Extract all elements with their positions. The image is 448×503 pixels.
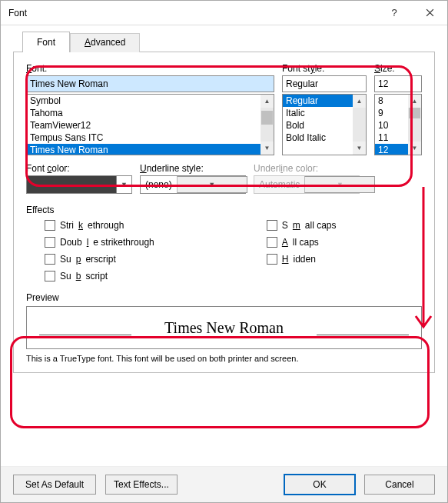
scroll-down-icon[interactable]: ▼ bbox=[261, 142, 274, 155]
font-color-combo[interactable]: ▼ bbox=[26, 175, 132, 194]
preview-box: Times New Roman bbox=[26, 306, 422, 349]
check-allcaps[interactable]: All caps bbox=[267, 237, 422, 248]
annotation-arrow-icon bbox=[414, 187, 433, 341]
scroll-up-icon[interactable]: ▲ bbox=[408, 95, 421, 108]
check-superscript[interactable]: Superscript bbox=[45, 254, 267, 265]
check-double-strike[interactable]: Double strikethrough bbox=[45, 237, 267, 248]
ok-button[interactable]: OK bbox=[284, 475, 355, 495]
preview-line bbox=[39, 335, 131, 335]
check-smallcaps[interactable]: Small caps bbox=[267, 220, 422, 231]
help-button[interactable]: ? bbox=[377, 1, 412, 25]
scroll-down-icon[interactable]: ▼ bbox=[408, 142, 421, 155]
list-item[interactable]: Symbol bbox=[27, 95, 274, 107]
ucolor-label: Underline color: bbox=[254, 163, 360, 174]
preview-text: Times New Roman bbox=[164, 319, 284, 337]
scroll-thumb[interactable] bbox=[409, 108, 420, 118]
scrollbar[interactable]: ▲ ▼ bbox=[353, 95, 366, 155]
underline-color-combo: Automatic ▼ bbox=[254, 175, 360, 194]
tab-font[interactable]: Font bbox=[22, 32, 70, 52]
style-listbox[interactable]: Regular Italic Bold Bold Italic ▲ ▼ bbox=[282, 94, 367, 155]
scrollbar[interactable]: ▲ ▼ bbox=[408, 95, 421, 155]
scrollbar[interactable]: ▲ ▼ bbox=[261, 95, 274, 155]
dialog-title: Font bbox=[8, 8, 377, 18]
cancel-button[interactable]: Cancel bbox=[364, 475, 435, 495]
underline-label: Underline style: bbox=[140, 163, 246, 174]
chevron-down-icon: ▼ bbox=[304, 176, 375, 193]
list-item[interactable]: Tahoma bbox=[27, 107, 274, 119]
font-label: Font: bbox=[26, 63, 274, 74]
scroll-up-icon[interactable]: ▲ bbox=[353, 95, 366, 108]
tabpanel: Font: Symbol Tahoma TeamViewer12 Tempus … bbox=[13, 52, 435, 373]
set-default-button[interactable]: Set As Default bbox=[13, 475, 96, 495]
chevron-down-icon[interactable]: ▼ bbox=[117, 175, 132, 194]
check-hidden[interactable]: Hidden bbox=[267, 254, 422, 265]
scroll-thumb[interactable] bbox=[261, 111, 273, 125]
size-listbox[interactable]: 8 9 10 11 12 ▲ ▼ bbox=[374, 94, 422, 155]
list-item[interactable]: TeamViewer12 bbox=[27, 119, 274, 132]
chevron-down-icon[interactable]: ▼ bbox=[177, 176, 247, 193]
font-dialog: Font ? Font Advanced Font: Symbol Tahoma… bbox=[0, 0, 448, 503]
style-input[interactable] bbox=[282, 75, 367, 92]
color-label: Font color: bbox=[26, 163, 132, 174]
color-swatch bbox=[26, 175, 117, 194]
tab-advanced[interactable]: Advanced bbox=[70, 33, 140, 52]
preview-note: This is a TrueType font. This font will … bbox=[26, 354, 422, 363]
close-icon bbox=[426, 8, 434, 17]
effects-label: Effects bbox=[26, 205, 54, 215]
font-input[interactable] bbox=[26, 75, 274, 92]
list-item[interactable]: Times New Roman bbox=[27, 144, 274, 155]
scroll-up-icon[interactable]: ▲ bbox=[261, 95, 274, 108]
close-button[interactable] bbox=[412, 1, 447, 25]
font-listbox[interactable]: Symbol Tahoma TeamViewer12 Tempus Sans I… bbox=[26, 94, 274, 155]
titlebar: Font ? bbox=[1, 1, 447, 25]
scroll-down-icon[interactable]: ▼ bbox=[353, 142, 366, 155]
tabstrip: Font Advanced bbox=[22, 32, 435, 52]
preview-line bbox=[317, 335, 409, 335]
dialog-footer: Set As Default Text Effects... OK Cancel bbox=[1, 466, 447, 502]
size-input[interactable] bbox=[374, 75, 422, 92]
check-strikethrough[interactable]: Strikethrough bbox=[45, 220, 267, 231]
size-label: Size: bbox=[374, 63, 422, 74]
client-area: Font Advanced Font: Symbol Tahoma TeamVi… bbox=[1, 25, 447, 466]
list-item[interactable]: Tempus Sans ITC bbox=[27, 132, 274, 144]
preview-label: Preview bbox=[26, 292, 59, 303]
text-effects-button[interactable]: Text Effects... bbox=[105, 475, 178, 495]
underline-style-combo[interactable]: (none) ▼ bbox=[140, 175, 246, 194]
check-subscript[interactable]: Subscript bbox=[45, 271, 267, 281]
style-label: Font style: bbox=[282, 63, 367, 74]
